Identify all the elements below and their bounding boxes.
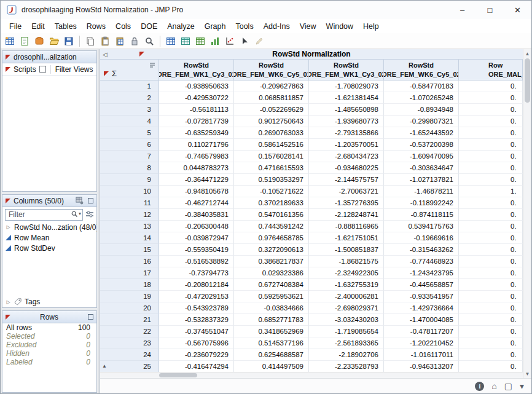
cell[interactable]: 0.029323386 — [234, 267, 309, 279]
filter-views-label[interactable]: Filter Views — [55, 65, 93, 74]
column-list-item[interactable]: Row Mean — [2, 232, 96, 243]
cell[interactable]: -0.039872947 — [159, 232, 234, 244]
cell[interactable]: 0.2690763033 — [234, 127, 309, 139]
cell[interactable]: -1.46878211 — [384, 186, 459, 197]
cell[interactable]: -1.939680773 — [309, 116, 384, 127]
window-icon[interactable]: ▢ — [504, 382, 512, 390]
cell[interactable]: -1.485650898 — [309, 104, 384, 116]
cell[interactable]: 0. — [459, 279, 523, 291]
cell[interactable]: 0. — [459, 244, 523, 256]
cell[interactable]: -2.144575757 — [309, 174, 384, 186]
cell[interactable]: -2.793135866 — [309, 127, 384, 139]
cell[interactable]: 0. — [459, 127, 523, 139]
cell[interactable]: 0.0685811857 — [234, 92, 309, 104]
cell[interactable]: -0.299807321 — [384, 116, 459, 127]
maximize-button[interactable]: □ — [476, 1, 504, 19]
cell[interactable]: -0.938950633 — [159, 81, 234, 92]
cell[interactable]: -1.86821575 — [309, 256, 384, 267]
row-number[interactable]: 19 — [100, 291, 159, 302]
cell[interactable]: -0.567075996 — [159, 337, 234, 349]
row-number[interactable]: 21 — [100, 314, 159, 326]
rows-stat-excluded[interactable]: Excluded0 — [2, 341, 96, 349]
columns-panel-header[interactable]: Columns (50/0) — [2, 195, 96, 207]
cell[interactable]: -0.105271622 — [234, 186, 309, 197]
row-number[interactable]: 6 — [100, 139, 159, 151]
cell[interactable]: -2.324922305 — [309, 267, 384, 279]
row-number[interactable]: 18 — [100, 279, 159, 291]
cell[interactable]: 0.9012750643 — [234, 116, 309, 127]
cell[interactable]: -0.934680225 — [309, 162, 384, 174]
rows-stat-hidden[interactable]: Hidden0 — [2, 349, 96, 358]
cell[interactable]: -0.478117207 — [384, 326, 459, 337]
cell[interactable]: 0. — [459, 209, 523, 221]
cell[interactable]: -0.888116965 — [309, 221, 384, 232]
column-header[interactable]: RowStdORE_FEM_WK6_Cy5_01 — [234, 60, 309, 81]
vertical-scroll-thumb[interactable] — [525, 58, 530, 103]
menu-tables[interactable]: Tables — [50, 20, 82, 33]
cell[interactable]: 1. — [459, 186, 523, 197]
cell[interactable]: -0.746579983 — [159, 151, 234, 162]
copy-with-headers-icon[interactable] — [113, 34, 127, 48]
expand-triangle-icon[interactable]: ▷ — [6, 224, 11, 230]
search-icon[interactable] — [71, 210, 78, 218]
cell[interactable]: -0.874118115 — [384, 209, 459, 221]
cell[interactable]: 0. — [459, 92, 523, 104]
cell[interactable]: -1.429736664 — [384, 302, 459, 314]
cell[interactable]: -2.128248741 — [309, 209, 384, 221]
cell[interactable]: 0.5470161356 — [234, 209, 309, 221]
cell[interactable]: 0. — [459, 221, 523, 232]
menu-doe[interactable]: DOE — [136, 20, 162, 33]
cell[interactable]: -0.416474294 — [159, 361, 234, 372]
horizontal-scrollbar[interactable] — [100, 372, 523, 378]
cell[interactable]: -1.470004085 — [384, 314, 459, 326]
close-button[interactable]: ✕ — [504, 1, 531, 19]
column-header[interactable]: RowStdORE_FEM_WK1_Cy3_02 — [309, 60, 384, 81]
cell[interactable]: 0. — [459, 81, 523, 92]
cell[interactable]: -0.543923789 — [159, 302, 234, 314]
menu-edit[interactable]: Edit — [26, 20, 50, 33]
scroll-up-arrow-icon[interactable]: ▲ — [525, 49, 530, 58]
cell[interactable]: 0.414497509 — [234, 361, 309, 372]
expand-triangle-icon[interactable]: ▷ — [6, 299, 11, 305]
cell[interactable]: -0.384035831 — [159, 209, 234, 221]
cell[interactable]: 0.5925953621 — [234, 291, 309, 302]
cell[interactable]: 0. — [459, 361, 523, 372]
cell[interactable]: -0.052269629 — [234, 104, 309, 116]
cell[interactable]: -0.236079229 — [159, 349, 234, 361]
cell[interactable]: -0.445658857 — [384, 279, 459, 291]
menu-cols[interactable]: Cols — [111, 20, 136, 33]
menu-view[interactable]: View — [295, 20, 321, 33]
cell[interactable]: -0.537200398 — [384, 139, 459, 151]
cell[interactable]: 0.3418652969 — [234, 326, 309, 337]
data-table-icon[interactable] — [164, 34, 178, 48]
new-journal-icon[interactable] — [18, 34, 31, 48]
red-triangle-icon[interactable] — [6, 55, 10, 60]
row-number[interactable]: 23 — [100, 337, 159, 349]
new-project-icon[interactable] — [33, 34, 46, 48]
red-triangle-icon[interactable] — [6, 199, 10, 203]
cell[interactable]: -1.203570051 — [309, 139, 384, 151]
row-number[interactable]: 5 — [100, 127, 159, 139]
arrow-cursor-icon[interactable] — [238, 34, 251, 48]
horizontal-scroll-thumb[interactable] — [159, 373, 197, 377]
cell[interactable]: -2.561893365 — [309, 337, 384, 349]
cell[interactable]: -0.364471229 — [159, 174, 234, 186]
cell[interactable]: -2.698029371 — [309, 302, 384, 314]
cell[interactable]: -0.472029153 — [159, 291, 234, 302]
cell[interactable]: -2.18902706 — [309, 349, 384, 361]
cell[interactable]: -1.652443592 — [384, 127, 459, 139]
cell[interactable]: -0.933541957 — [384, 291, 459, 302]
cell[interactable]: -0.516538892 — [159, 256, 234, 267]
cell[interactable]: 0.5145377196 — [234, 337, 309, 349]
cell[interactable]: -1.719085654 — [309, 326, 384, 337]
row-number[interactable]: 20 — [100, 302, 159, 314]
cell[interactable]: -0.208012184 — [159, 279, 234, 291]
menu-addins[interactable]: Add-Ins — [259, 20, 295, 33]
minimize-button[interactable]: – — [448, 1, 476, 19]
menu-tools[interactable]: Tools — [230, 20, 258, 33]
graph-builder-icon[interactable] — [208, 34, 222, 48]
cell[interactable]: -2.233528793 — [309, 361, 384, 372]
home-icon[interactable]: ⌂ — [491, 382, 496, 390]
cell[interactable]: -0.584770183 — [384, 81, 459, 92]
cell[interactable]: -1.621751051 — [309, 232, 384, 244]
